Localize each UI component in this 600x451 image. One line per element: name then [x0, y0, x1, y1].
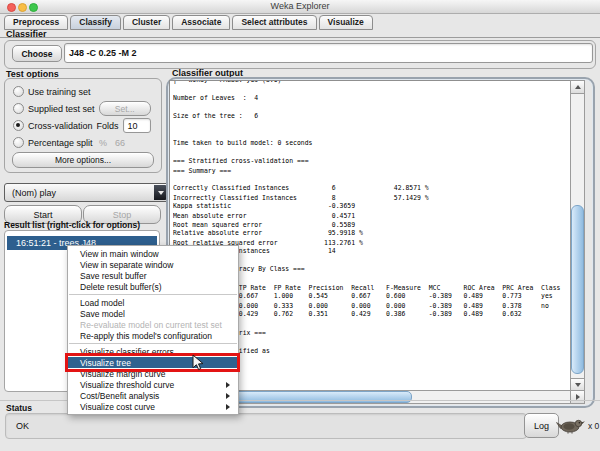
submenu-arrow-icon — [226, 404, 230, 410]
radio-icon — [13, 86, 24, 97]
tab-cluster[interactable]: Cluster — [123, 15, 170, 30]
minimize-button[interactable] — [18, 3, 27, 12]
radio-icon — [13, 120, 24, 131]
test-options-panel: Use training set Supplied test set Set..… — [4, 78, 162, 173]
status-value: OK — [16, 421, 29, 431]
mouse-cursor-icon — [192, 354, 204, 371]
menu-item-label: Load model — [80, 298, 124, 308]
menu-separator — [69, 343, 237, 344]
zoom-button[interactable] — [29, 3, 38, 12]
menu-item-visualize-threshold-curve[interactable]: Visualize threshold curve — [68, 379, 238, 390]
tab-associate[interactable]: Associate — [172, 15, 230, 30]
menu-item-label: Visualize tree — [80, 358, 131, 368]
triangle-down-icon — [575, 383, 581, 387]
folds-label: Folds — [97, 121, 119, 131]
tab-classify[interactable]: Classify — [70, 15, 121, 30]
menu-item-label: Delete result buffer(s) — [80, 282, 162, 292]
weka-run-counter: x 0 — [588, 421, 599, 431]
menu-item-delete-result-buffer-s[interactable]: Delete result buffer(s) — [68, 281, 238, 292]
radio-use-training-set[interactable]: Use training set — [13, 85, 157, 98]
chevron-down-icon — [158, 191, 164, 195]
menu-item-load-model[interactable]: Load model — [68, 297, 238, 308]
class-attribute-select[interactable]: (Nom) play — [4, 183, 169, 202]
tab-select-attributes[interactable]: Select attributes — [232, 15, 316, 30]
percent-label: % — [99, 138, 107, 148]
radio-icon — [13, 137, 24, 148]
radio-label: Percentage split — [28, 138, 93, 148]
status-label: Status — [6, 403, 32, 413]
submenu-arrow-icon — [226, 382, 230, 388]
result-list-label: Result list (right-click for options) — [4, 220, 140, 230]
context-menu: View in main windowView in separate wind… — [67, 245, 239, 415]
menu-item-view-in-main-window[interactable]: View in main window — [68, 248, 238, 259]
close-button[interactable] — [7, 3, 16, 12]
more-options-button[interactable]: More options... — [12, 152, 154, 168]
weka-explorer-window: Weka Explorer PreprocessClassifyClusterA… — [0, 0, 600, 451]
folds-input[interactable]: 10 — [123, 118, 151, 133]
tab-visualize[interactable]: Visualize — [319, 15, 373, 30]
radio-icon — [13, 103, 24, 114]
menu-item-visualize-tree[interactable]: Visualize tree — [68, 357, 238, 368]
radio-label: Use training set — [28, 87, 91, 97]
radio-label: Cross-validation — [28, 121, 93, 131]
menu-item-label: Re-apply this model's configuration — [80, 331, 212, 341]
percent-input: 66 — [115, 136, 143, 149]
tab-bar: PreprocessClassifyClusterAssociateSelect… — [4, 15, 373, 30]
menu-item-view-in-separate-window[interactable]: View in separate window — [68, 259, 238, 270]
submenu-arrow-icon — [226, 393, 230, 399]
triangle-up-icon — [575, 85, 581, 89]
choose-button[interactable]: Choose — [12, 45, 62, 62]
menu-item-save-model[interactable]: Save model — [68, 308, 238, 319]
menu-item-label: Visualize classifier errors — [80, 347, 174, 357]
menu-item-visualize-margin-curve[interactable]: Visualize margin curve — [68, 368, 238, 379]
status-display: OK — [5, 413, 527, 439]
radio-cross-validation[interactable]: Cross-validation Folds 10 — [13, 119, 157, 132]
scroll-up-button[interactable] — [570, 80, 585, 94]
menu-item-re-apply-this-model-s-configuration[interactable]: Re-apply this model's configuration — [68, 330, 238, 341]
window-title: Weka Explorer — [0, 0, 600, 13]
weka-bird-icon — [556, 417, 586, 434]
menu-item-label: Save model — [80, 309, 125, 319]
classifier-scheme-field[interactable]: J48 -C 0.25 -M 2 — [64, 43, 593, 63]
menu-item-visualize-cost-curve[interactable]: Visualize cost curve — [68, 401, 238, 412]
menu-item-label: Visualize margin curve — [80, 369, 165, 379]
menu-item-cost-benefit-analysis[interactable]: Cost/Benefit analysis — [68, 390, 238, 401]
menu-item-visualize-classifier-errors[interactable]: Visualize classifier errors — [68, 346, 238, 357]
menu-item-save-result-buffer[interactable]: Save result buffer — [68, 270, 238, 281]
radio-supplied-test-set[interactable]: Supplied test set Set... — [13, 102, 157, 115]
menu-item-label: View in main window — [80, 249, 159, 259]
radio-percentage-split[interactable]: Percentage split % 66 — [13, 136, 157, 149]
tab-preprocess[interactable]: Preprocess — [4, 15, 68, 30]
menu-item-label: Visualize threshold curve — [80, 380, 174, 390]
window-titlebar: Weka Explorer — [0, 0, 600, 14]
log-button[interactable]: Log — [524, 413, 559, 438]
vertical-scrollbar-thumb[interactable] — [571, 205, 584, 374]
menu-item-label: Visualize cost curve — [80, 402, 155, 412]
classifier-divider — [0, 37, 600, 38]
menu-item-label: Cost/Benefit analysis — [80, 391, 159, 401]
scroll-right-button[interactable] — [570, 390, 585, 404]
menu-item-label: Save result buffer — [80, 271, 146, 281]
menu-item-re-evaluate-model-on-current-test-set: Re-evaluate model on current test set — [68, 319, 238, 330]
radio-label: Supplied test set — [28, 104, 95, 114]
menu-separator — [69, 294, 237, 295]
menu-item-label: View in separate window — [80, 260, 173, 270]
menu-item-label: Re-evaluate model on current test set — [80, 320, 222, 330]
set-button: Set... — [99, 101, 151, 116]
class-attribute-value: (Nom) play — [12, 188, 56, 198]
